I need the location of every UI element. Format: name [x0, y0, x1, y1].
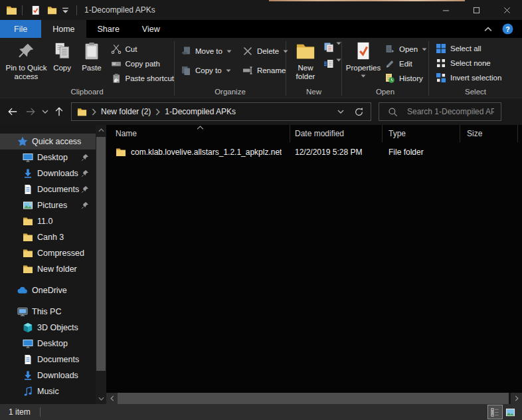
open-button[interactable]: Open: [385, 44, 427, 54]
address-dropdown-button[interactable]: [332, 103, 349, 120]
download-arrow-icon: [23, 168, 33, 179]
group-label-new: New: [286, 88, 341, 96]
sidebar-item-new-folder[interactable]: New folder: [0, 261, 96, 277]
sidebar-item-downloads[interactable]: Downloads: [0, 165, 96, 181]
select-none-button[interactable]: Select none: [436, 58, 501, 68]
new-item-button[interactable]: [323, 42, 341, 52]
window-folder-icon: [6, 5, 17, 16]
edit-button[interactable]: Edit: [385, 58, 427, 69]
invert-selection-button[interactable]: Invert selection: [436, 72, 501, 83]
column-label: Name: [116, 129, 137, 138]
tab-share[interactable]: Share: [86, 20, 131, 38]
scroll-right-button[interactable]: [511, 393, 522, 404]
sidebar-scrollbar[interactable]: [96, 125, 106, 404]
chevron-down-icon: [336, 42, 341, 45]
tab-home[interactable]: Home: [41, 20, 86, 38]
scrollbar-thumb[interactable]: [96, 137, 106, 371]
sidebar-item-3d-objects[interactable]: 3D Objects: [0, 320, 96, 336]
close-button[interactable]: [491, 0, 522, 20]
sidebar-item-compressed[interactable]: Compressed: [0, 245, 96, 261]
file-row[interactable]: com.klab.lovelive.allstars_1.2.1_apkplz.…: [106, 144, 522, 160]
address-bar[interactable]: New folder (2) 1-Decompiled APKs: [71, 102, 371, 121]
tab-file[interactable]: File: [0, 20, 41, 38]
sidebar-item-quick-access[interactable]: Quick access: [0, 134, 96, 150]
sidebar-item-label: Documents: [37, 355, 79, 364]
group-label-organize: Organize: [175, 88, 286, 96]
back-button[interactable]: [3, 102, 22, 121]
scroll-left-button[interactable]: [106, 393, 118, 404]
breadcrumb-segment[interactable]: 1-Decompiled APKs: [165, 107, 236, 116]
button-label: Move to: [195, 47, 222, 55]
forward-arrow-icon: [25, 106, 36, 117]
forward-button[interactable]: [22, 102, 39, 121]
collapse-ribbon-icon[interactable]: [484, 27, 492, 32]
refresh-icon: [354, 107, 364, 117]
sidebar-item-documents[interactable]: Documents: [0, 181, 96, 197]
up-button[interactable]: [50, 102, 68, 121]
cut-button[interactable]: Cut: [111, 44, 175, 54]
scroll-down-button[interactable]: [96, 393, 106, 404]
properties-button[interactable]: Properties: [343, 38, 383, 84]
sidebar-item-canh-3[interactable]: Canh 3: [0, 229, 96, 245]
copy-to-button[interactable]: Copy to: [181, 65, 232, 76]
ribbon-group-organize: Move to Copy to Delete: [175, 38, 286, 98]
scrollbar-thumb[interactable]: [118, 393, 509, 404]
spacer: [0, 298, 106, 304]
document-icon: [23, 354, 33, 365]
button-label: Delete: [257, 47, 279, 55]
search-box[interactable]: [379, 102, 501, 121]
tab-view[interactable]: View: [131, 20, 171, 38]
easy-access-button[interactable]: [323, 58, 341, 69]
history-button[interactable]: History: [385, 73, 427, 84]
column-header-name[interactable]: Name: [106, 125, 290, 142]
maximize-button[interactable]: [461, 0, 491, 20]
horizontal-scrollbar[interactable]: [106, 393, 522, 404]
sidebar-item-label: Desktop: [37, 339, 68, 348]
qat-new-folder-icon[interactable]: [47, 5, 57, 15]
paste-button[interactable]: Paste: [76, 38, 106, 84]
delete-button[interactable]: Delete: [242, 46, 288, 56]
pin-to-quick-access-button[interactable]: Pin to Quick access: [5, 38, 48, 84]
help-icon[interactable]: ?: [502, 23, 513, 35]
sidebar-item-pc-desktop[interactable]: Desktop: [0, 336, 96, 352]
copy-path-button[interactable]: W... Copy path: [111, 58, 175, 69]
minimize-button[interactable]: [430, 0, 461, 20]
select-all-icon: [436, 43, 446, 54]
easy-access-icon: [323, 58, 334, 69]
refresh-button[interactable]: [349, 103, 368, 120]
sidebar-item-label: New folder: [37, 264, 77, 274]
copy-button[interactable]: Copy: [48, 38, 76, 84]
sidebar-item-pc-music[interactable]: Music: [0, 383, 96, 399]
move-to-button[interactable]: Move to: [181, 46, 232, 56]
button-label: Edit: [399, 60, 412, 68]
scroll-up-button[interactable]: [96, 125, 106, 136]
breadcrumb-chevron-icon[interactable]: [92, 108, 96, 116]
sidebar-item-this-pc[interactable]: This PC: [0, 304, 96, 320]
sidebar-item-pc-downloads[interactable]: Downloads: [0, 368, 96, 383]
column-header-size[interactable]: Size: [460, 125, 518, 142]
column-header-type[interactable]: Type: [383, 125, 460, 142]
recent-locations-button[interactable]: [39, 102, 50, 121]
download-arrow-icon: [23, 370, 33, 381]
sidebar-item-desktop[interactable]: Desktop: [0, 150, 96, 165]
new-folder-button[interactable]: New folder: [289, 38, 322, 84]
select-all-button[interactable]: Select all: [436, 43, 501, 54]
breadcrumb-chevron-icon[interactable]: [155, 108, 160, 116]
qat-customize-chevron-icon[interactable]: [62, 7, 69, 14]
qat-properties-icon[interactable]: [31, 5, 41, 15]
sidebar-item-pictures[interactable]: Pictures: [0, 197, 96, 213]
search-input[interactable]: [406, 106, 495, 117]
thumbnail-view-button[interactable]: [503, 405, 517, 419]
column-header-date-modified[interactable]: Date modified: [290, 125, 383, 142]
sidebar-item-11-0[interactable]: 11.0: [0, 213, 96, 229]
details-view-button[interactable]: [488, 405, 502, 419]
paste-shortcut-button[interactable]: Paste shortcut: [111, 73, 175, 84]
chevron-down-icon: [42, 110, 48, 114]
sidebar-item-pc-documents[interactable]: Documents: [0, 352, 96, 368]
sidebar-item-onedrive[interactable]: OneDrive: [0, 282, 96, 298]
monitor-icon: [23, 338, 33, 349]
rename-button[interactable]: Rename: [242, 65, 288, 76]
chevron-down-icon: [226, 69, 231, 72]
breadcrumb-segment[interactable]: New folder (2): [101, 107, 151, 116]
chevron-down-icon: [98, 397, 104, 401]
